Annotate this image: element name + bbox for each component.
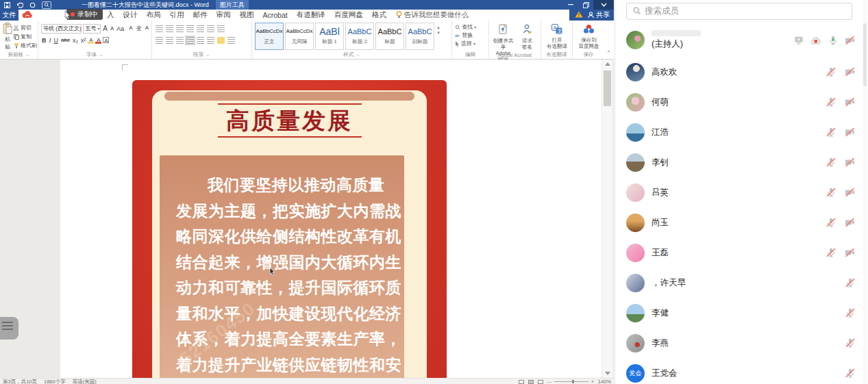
ribbon-tab[interactable]: 百度网盘	[334, 10, 363, 20]
change-case-button[interactable]: Aa	[116, 25, 125, 32]
member-list-float-button[interactable]	[0, 317, 18, 340]
mic-off-icon[interactable]	[826, 127, 836, 138]
mic-off-icon[interactable]	[845, 277, 856, 288]
bullet-list-icon[interactable]	[156, 25, 163, 32]
mic-off-icon[interactable]	[826, 217, 836, 228]
borders-icon[interactable]	[227, 37, 235, 44]
member-row[interactable]: 党会王党会	[615, 358, 863, 384]
sync-cloud-icon[interactable]	[22, 11, 33, 20]
language-indicator[interactable]: 英语(美国)	[73, 379, 97, 384]
ribbon-tab[interactable]: 有道翻译	[297, 10, 325, 20]
sort-icon[interactable]	[207, 25, 214, 32]
member-row[interactable]: 王磊	[615, 238, 863, 268]
zoom-level[interactable]: 140%	[598, 379, 611, 384]
select-button[interactable]: 选择	[455, 40, 486, 47]
camera-off-icon[interactable]	[844, 35, 856, 46]
mic-on-icon[interactable]	[828, 35, 839, 46]
replace-button[interactable]: ab替换	[455, 31, 486, 39]
member-row[interactable]: 高欢欢	[615, 57, 863, 87]
font-style-button[interactable]: U	[53, 37, 60, 44]
read-mode-icon[interactable]	[519, 380, 524, 384]
mic-off-icon[interactable]	[826, 66, 836, 77]
font-style-button[interactable]: x²	[80, 37, 87, 44]
web-layout-icon[interactable]	[538, 380, 543, 384]
panel-scroll-thumb[interactable]	[863, 23, 867, 86]
member-row[interactable]: ，许天旱	[615, 268, 863, 298]
scroll-up-arrow[interactable]	[605, 62, 610, 66]
mic-off-icon[interactable]	[826, 247, 836, 258]
style-card[interactable]: AaBbCcDx无间隔	[285, 23, 314, 50]
cut-button[interactable]: 剪切	[14, 24, 37, 31]
redo-icon[interactable]	[29, 2, 36, 8]
mic-off-icon[interactable]	[845, 337, 856, 348]
distribute-icon[interactable]	[197, 37, 204, 44]
tab-file[interactable]: 文件	[0, 10, 18, 21]
member-row[interactable]: 吕英	[615, 177, 863, 207]
style-card[interactable]: AaBbC标题	[375, 23, 404, 50]
ribbon-tab[interactable]: 格式	[372, 10, 386, 20]
ribbon-tab[interactable]: 引用	[170, 10, 184, 20]
copy-button[interactable]: 复制	[14, 33, 37, 40]
save-icon[interactable]	[4, 2, 10, 8]
ribbon-tab[interactable]: 邮件	[193, 10, 208, 20]
collapse-ribbon-chevron[interactable]: ⌃	[606, 50, 611, 56]
style-card[interactable]: AaBl标题 1	[315, 23, 344, 50]
share-button[interactable]: 共享	[588, 10, 610, 20]
shrink-font-button[interactable]: A	[110, 25, 114, 31]
member-row[interactable]: 李燕	[615, 328, 863, 358]
camera-off-icon[interactable]	[844, 127, 856, 138]
mic-off-icon[interactable]	[826, 157, 836, 168]
ribbon-tab[interactable]: 设计	[123, 10, 138, 20]
zoom-out-icon[interactable]	[547, 379, 551, 384]
decrease-indent-icon[interactable]	[186, 25, 194, 32]
align-left-icon[interactable]	[156, 37, 163, 44]
paste-button[interactable]: 粘贴	[3, 23, 12, 51]
member-row[interactable]: 尚玉	[615, 207, 863, 238]
justify-icon[interactable]	[186, 37, 194, 44]
find-button[interactable]: 查找	[455, 23, 486, 31]
font-style-button[interactable]: B	[41, 37, 47, 44]
member-row[interactable]: 李健	[615, 298, 863, 328]
member-row[interactable]: (主持人)	[615, 23, 863, 57]
shading-icon[interactable]	[217, 37, 225, 44]
create-pdf-button[interactable]: 创建并共享 Adobe PDF	[492, 23, 514, 51]
increase-indent-icon[interactable]	[197, 25, 204, 32]
scroll-down-arrow[interactable]	[605, 372, 610, 375]
camera-off-icon[interactable]	[844, 157, 856, 168]
mic-off-icon[interactable]	[845, 368, 856, 379]
numbered-list-icon[interactable]	[166, 25, 173, 32]
search-members-box[interactable]: 搜索成员	[626, 3, 852, 20]
font-color-button[interactable]: A	[95, 37, 101, 43]
mic-off-icon[interactable]	[845, 307, 856, 318]
panel-scrollbar[interactable]	[863, 0, 867, 384]
camera-off-icon[interactable]	[844, 217, 856, 228]
word-count[interactable]: 1860个字	[44, 379, 66, 384]
font-style-button[interactable]: abc	[60, 37, 71, 43]
pilcrow-icon[interactable]	[217, 25, 225, 32]
request-signature-button[interactable]: 请求 签名	[516, 23, 538, 51]
camera-off-icon[interactable]	[844, 66, 856, 77]
youdao-translate-button[interactable]: A文 打开 有道翻译	[544, 23, 570, 49]
member-row[interactable]: 李钊	[615, 147, 863, 177]
collapse-window-chevron[interactable]	[593, 0, 614, 10]
restore-button[interactable]	[578, 0, 593, 10]
save-to-baidu-button[interactable]: 保存到 百度网盘	[575, 23, 602, 49]
zoom-knob[interactable]	[572, 380, 574, 383]
camera-off-icon[interactable]	[844, 187, 856, 198]
scroll-thumb[interactable]	[604, 71, 611, 106]
undo-icon[interactable]	[16, 2, 23, 8]
font-extra-button[interactable]: A	[145, 25, 149, 32]
font-size-combo[interactable]: 五号	[83, 24, 101, 34]
format-painter-button[interactable]: 格式刷	[14, 42, 37, 49]
align-center-icon[interactable]	[166, 37, 173, 44]
font-highlight-button[interactable]: A	[88, 37, 94, 43]
styles-scroll-arrows[interactable]: ▲▼	[436, 25, 441, 35]
style-card[interactable]: AaBbC副标题	[406, 23, 434, 50]
mic-off-icon[interactable]	[826, 187, 836, 198]
style-card[interactable]: AaBbC标题 2	[345, 23, 374, 50]
font-extra-button[interactable]: A	[128, 25, 133, 32]
warning-icon[interactable]	[575, 11, 583, 19]
member-row[interactable]: 何萌	[615, 87, 863, 117]
camera-off-icon[interactable]	[844, 247, 856, 258]
print-layout-icon[interactable]	[528, 380, 534, 384]
